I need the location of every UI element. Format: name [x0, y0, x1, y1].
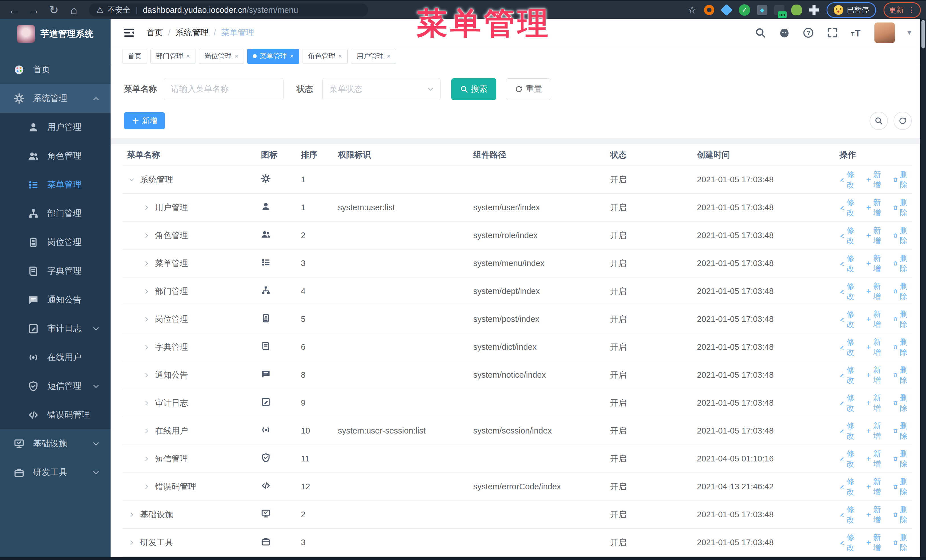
status-select[interactable]: 菜单状态 [322, 78, 440, 100]
chevron-right-icon[interactable] [143, 204, 150, 211]
help-icon[interactable]: ? [803, 27, 814, 38]
fontsize-icon[interactable]: TT [850, 27, 862, 38]
tab-menu[interactable]: 菜单管理× [247, 49, 299, 64]
add-link[interactable]: 新增 [866, 253, 885, 274]
back-icon[interactable]: ← [5, 2, 23, 18]
chevron-down-icon[interactable]: ▾ [908, 28, 911, 37]
home-icon[interactable]: ⌂ [65, 2, 83, 18]
fullscreen-icon[interactable] [826, 27, 838, 38]
chevron-right-icon[interactable] [143, 400, 150, 406]
delete-link[interactable]: 删除 [893, 393, 912, 413]
tab-user[interactable]: 用户管理× [351, 49, 396, 64]
delete-link[interactable]: 删除 [893, 169, 912, 190]
edit-link[interactable]: 修改 [840, 532, 858, 553]
chevron-right-icon[interactable] [128, 539, 135, 546]
orange-ring-extension-icon[interactable] [704, 5, 714, 15]
sidebar-item-system[interactable]: 系统管理 [0, 84, 110, 113]
edit-link[interactable]: 修改 [840, 448, 858, 469]
sidebar-item-dict[interactable]: 字典管理 [0, 257, 110, 285]
reload-icon[interactable]: ↻ [45, 2, 63, 18]
delete-link[interactable]: 删除 [893, 504, 912, 525]
browser-update-button[interactable]: 更新 ⋮ [884, 2, 921, 18]
chevron-right-icon[interactable] [143, 316, 150, 323]
puzzle-extension-icon[interactable] [809, 5, 819, 15]
sidebar-item-audit[interactable]: 审计日志 [0, 314, 110, 343]
sidebar-item-dept[interactable]: 部门管理 [0, 199, 110, 228]
add-link[interactable]: 新增 [866, 281, 885, 302]
chevron-right-icon[interactable] [143, 288, 150, 295]
sidebar-item-online[interactable]: 在线用户 [0, 343, 110, 372]
delete-link[interactable]: 删除 [893, 281, 912, 302]
tab-dept[interactable]: 部门管理× [150, 49, 195, 64]
logo-row[interactable]: 芋道管理系统 [0, 19, 110, 45]
edit-link[interactable]: 修改 [840, 309, 858, 329]
sidebar-item-notice[interactable]: 通知公告 [0, 285, 110, 314]
delete-link[interactable]: 删除 [893, 365, 912, 385]
add-link[interactable]: 新增 [866, 198, 885, 218]
delete-link[interactable]: 删除 [893, 532, 912, 553]
chevron-right-icon[interactable] [143, 456, 150, 462]
add-link[interactable]: 新增 [866, 504, 885, 525]
paused-extension-pill[interactable]: 已暂停 [826, 2, 876, 18]
edit-link[interactable]: 修改 [840, 253, 858, 274]
avatar[interactable] [875, 23, 895, 43]
kebab-menu-icon[interactable]: ⋮ [908, 6, 915, 15]
green-check-extension-icon[interactable]: ✓ [739, 4, 750, 16]
add-link[interactable]: 新增 [866, 225, 885, 246]
add-link[interactable]: 新增 [866, 337, 885, 358]
close-icon[interactable]: × [290, 53, 294, 60]
delete-link[interactable]: 删除 [893, 448, 912, 469]
edit-link[interactable]: 修改 [840, 477, 858, 497]
add-link[interactable]: 新增 [866, 477, 885, 497]
sidebar-fold-icon[interactable] [123, 26, 136, 39]
chevron-right-icon[interactable] [143, 483, 150, 490]
chevron-down-icon[interactable] [128, 176, 135, 183]
sidebar-item-errcode[interactable]: 错误码管理 [0, 400, 110, 429]
search-icon[interactable] [755, 27, 766, 38]
gray-toggles-extension-icon[interactable]: ◆ [757, 5, 767, 15]
sidebar-item-post[interactable]: 岗位管理 [0, 228, 110, 257]
github-icon[interactable] [779, 27, 790, 38]
sidebar-item-user[interactable]: 用户管理 [0, 113, 110, 142]
sidebar-item-home[interactable]: 首页 [0, 55, 110, 84]
edit-link[interactable]: 修改 [840, 421, 858, 441]
add-link[interactable]: 新增 [866, 421, 885, 441]
address-bar[interactable]: ⚠ 不安全 | dashboard.yudao.iocoder.cn/syste… [89, 3, 368, 17]
delete-link[interactable]: 删除 [893, 253, 912, 274]
chevron-right-icon[interactable] [143, 372, 150, 379]
chevron-right-icon[interactable] [143, 344, 150, 351]
edit-link[interactable]: 修改 [840, 281, 858, 302]
sidebar-item-infra[interactable]: 基础设施 [0, 429, 110, 458]
green-droid-extension-icon[interactable] [791, 5, 802, 15]
search-button[interactable]: 搜索 [451, 78, 496, 100]
sidebar-item-sms[interactable]: 短信管理 [0, 372, 110, 400]
add-link[interactable]: 新增 [866, 169, 885, 190]
edit-link[interactable]: 修改 [840, 337, 858, 358]
chevron-right-icon[interactable] [143, 260, 150, 267]
forward-icon[interactable]: → [25, 2, 43, 18]
sidebar-item-role[interactable]: 角色管理 [0, 142, 110, 171]
delete-link[interactable]: 删除 [893, 225, 912, 246]
toggle-search-button[interactable] [870, 112, 888, 130]
chevron-right-icon[interactable] [143, 232, 150, 239]
edit-link[interactable]: 修改 [840, 504, 858, 525]
tab-role[interactable]: 角色管理× [303, 49, 348, 64]
chevron-right-icon[interactable] [143, 427, 150, 435]
add-button[interactable]: 新增 [124, 112, 165, 129]
close-icon[interactable]: × [186, 53, 190, 60]
delete-link[interactable]: 删除 [893, 477, 912, 497]
delete-link[interactable]: 删除 [893, 309, 912, 329]
tab-home[interactable]: 首页 [123, 49, 147, 64]
dark-on-extension-icon[interactable] [774, 5, 784, 15]
breadcrumb-item[interactable]: 系统管理 [176, 27, 209, 38]
close-icon[interactable]: × [387, 53, 390, 60]
edit-link[interactable]: 修改 [840, 393, 858, 413]
add-link[interactable]: 新增 [866, 309, 885, 329]
bookmark-star-icon[interactable]: ☆ [687, 4, 697, 16]
delete-link[interactable]: 删除 [893, 421, 912, 441]
add-link[interactable]: 新增 [866, 365, 885, 385]
scrollbar-thumb[interactable] [921, 20, 925, 48]
close-icon[interactable]: × [235, 53, 239, 60]
tab-post[interactable]: 岗位管理× [199, 49, 244, 64]
edit-link[interactable]: 修改 [840, 169, 858, 190]
